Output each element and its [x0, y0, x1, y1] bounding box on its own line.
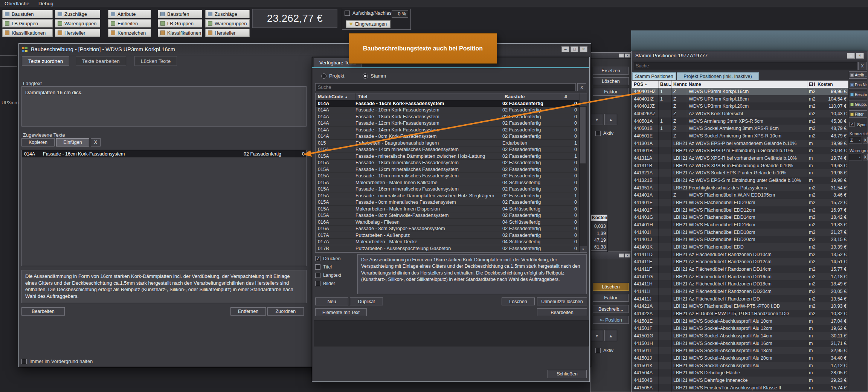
toolbar-button[interactable]: Baustufen: [2, 10, 53, 18]
chevron-up-icon[interactable]: ▴: [604, 330, 617, 341]
available-text-row[interactable]: 017A Malerarbeiten - Malen Decke 04 Schl…: [316, 239, 587, 246]
langtext-checkbox-row[interactable]: ✓ Langtext: [315, 273, 341, 278]
position-row[interactable]: 441311B LBH21 Az WDVS XPS-R m.Einbindung…: [632, 162, 848, 169]
position-row[interactable]: 440501E Z WDVS Sockel Armierung 3mm XPS-…: [632, 132, 848, 140]
position-row[interactable]: 441401A Z WDVS Flächendübel n.W.AN EDD10…: [632, 191, 848, 199]
duplikat-button[interactable]: Duplikat: [350, 297, 383, 305]
column-header-titel[interactable]: Titel: [355, 93, 502, 100]
aufschlag-checkbox-row[interactable]: ✓ Aufschlag/Nachlass: [345, 11, 394, 16]
position-row[interactable]: 441501E LBH21 WDVS Sockel-Abschlussprofi…: [632, 317, 848, 325]
position-row[interactable]: 440401IZ 1 Z WDVS UP3mm Korkpl.18cm m2 1…: [632, 95, 848, 103]
entfernen-button[interactable]: Entfernen: [230, 307, 266, 316]
filter-button[interactable]: Filter: [849, 110, 867, 118]
minimize-icon[interactable]: –: [619, 53, 624, 58]
scroll-up-icon[interactable]: ▲: [580, 100, 587, 106]
aktiv-checkbox-row[interactable]: ✓ Aktiv: [595, 131, 613, 136]
kopieren-button[interactable]: Kopieren: [21, 138, 55, 146]
toolbar-button[interactable]: Baustufen: [158, 10, 202, 18]
toolbar-button[interactable]: Klassifikationen: [158, 29, 202, 37]
pos-nr-button[interactable]: Pos.Nr.: [849, 81, 867, 88]
position-row[interactable]: 441321B LBH21 Az WDVS EPS-S m.Einbindung…: [632, 177, 848, 184]
toolbar-button[interactable]: Warengruppen: [55, 19, 100, 27]
position-row[interactable]: 441501G LBH21 WDVS Sockel-Abschlussprofi…: [632, 332, 848, 340]
position-row[interactable]: 441421A LBH21 WDVS Flächendübel EMW-PT5,…: [632, 302, 848, 310]
available-text-row[interactable]: 015A Fassade - 10cm mineralisches Fassad…: [316, 173, 587, 180]
sync-checkbox-row[interactable]: ✓ Sync: [850, 122, 866, 127]
available-text-row[interactable]: 014A Fassade - 10cm Kork-Fassadensystem …: [316, 107, 587, 114]
position-row[interactable]: 440426AZ Z Az WDVS Kork Untersicht m2 10…: [632, 110, 848, 117]
column-header-name[interactable]: Name: [687, 81, 807, 88]
position-row[interactable]: 441505A LBH21 WDVS Fenster/Tür-Anschluss…: [632, 384, 848, 392]
langtext-field[interactable]: Dämmplatten 16 cm dick.: [21, 86, 307, 127]
loeschen-button[interactable]: Löschen: [593, 283, 629, 291]
close-icon[interactable]: ×: [856, 53, 864, 59]
position-row[interactable]: 441501I LBH21 WDVS Sockel-Abschlussprofi…: [632, 347, 848, 355]
beschreibung-button[interactable]: Beschreib...: [593, 305, 629, 313]
toolbar-button[interactable]: Klassifikationen: [2, 29, 53, 37]
position-row[interactable]: 440501A 1 Z WDVS Armierung 3mm XPS-R 5cm…: [632, 117, 848, 125]
aktiv-checkbox[interactable]: ✓: [595, 348, 601, 353]
position-row[interactable]: 441301B LBH21 Az WDVS EPS-P m.Einbindung…: [632, 147, 848, 154]
clear-search-button[interactable]: X: [858, 62, 866, 70]
position-row[interactable]: 441411D LBH21 Az Flächendübel f.Randzone…: [632, 251, 848, 258]
position-row[interactable]: 441501J LBH21 WDVS Sockel-Abschlussprofi…: [632, 354, 848, 362]
aufschlag-value-field[interactable]: 0 %: [392, 10, 408, 18]
zuordnen-button[interactable]: Zuordnen: [267, 307, 304, 316]
titel-checkbox-row[interactable]: ✓ Titel: [315, 264, 332, 270]
bearbeiten-button[interactable]: Bearbeiten: [537, 308, 587, 316]
toolbar-button[interactable]: Hersteller: [55, 29, 100, 37]
position-row[interactable]: 441301A LBH21 Az WDVS EPS-P bei vorhande…: [632, 140, 848, 147]
column-header-bau[interactable]: Bau...: [659, 81, 672, 88]
faktor-button[interactable]: Faktor: [593, 88, 629, 96]
bilder-checkbox[interactable]: ✓: [315, 281, 320, 286]
clear-warengruppe-button[interactable]: X: [863, 154, 868, 160]
clear-search-button[interactable]: X: [577, 83, 586, 91]
minimize-icon[interactable]: –: [847, 53, 855, 59]
titel-checkbox[interactable]: ✓: [315, 264, 320, 270]
eingrenzungen-button[interactable]: Eingrenzungen: [346, 20, 391, 28]
toolbar-button[interactable]: Einheiten: [108, 19, 151, 27]
menu-debug[interactable]: Debug: [34, 0, 58, 7]
close-icon[interactable]: ×: [580, 46, 587, 52]
position-row[interactable]: 441411I LBH21 Az Flächendübel f.Randzone…: [632, 288, 848, 295]
available-text-row[interactable]: 017A Putzarbeiten - Außenputz 02 Fassade…: [316, 232, 587, 239]
position-row[interactable]: 440401JZ Z WDVS UP3mm Korkpl.20cm m2 110…: [632, 102, 848, 110]
position-row[interactable]: 441411G LBH21 Az Flächendübel f.Randzone…: [632, 273, 848, 281]
scrollbar[interactable]: ▲ ▼: [579, 100, 587, 252]
dialog-titlebar[interactable]: Baubeschreibung - [Position] - WDVS UP3m…: [19, 44, 591, 55]
beschreibung-button[interactable]: Beschrei...: [849, 91, 867, 98]
close-icon[interactable]: ×: [625, 253, 630, 258]
available-text-row[interactable]: 016A Wandbelag - Fliesen 04 Schlüsselfer…: [316, 219, 587, 226]
positions-search-input[interactable]: [633, 62, 857, 70]
neu-button[interactable]: Neu: [315, 297, 348, 305]
position-row[interactable]: 440501B 1 Z WDVS Sockel Armierung 3mm XP…: [632, 125, 848, 132]
column-header-kennz[interactable]: Kennz...: [672, 81, 687, 88]
clear-button[interactable]: X: [91, 138, 101, 146]
foreground-checkbox[interactable]: ✓: [21, 359, 27, 364]
column-header-kosten[interactable]: Kosten: [816, 81, 848, 88]
position-row[interactable]: 441401F LBH21 WDVS Flächendübel EDD12cm …: [632, 206, 848, 214]
minimize-icon[interactable]: –: [561, 46, 569, 52]
position-link-button[interactable]: <- Position: [593, 316, 629, 324]
clear-kennzeichen-button[interactable]: X: [863, 137, 868, 143]
radio-stamm[interactable]: Stamm: [363, 73, 386, 79]
available-text-row[interactable]: 014A Fassade - 14cm Kork-Fassadensystem …: [316, 127, 587, 133]
position-row[interactable]: 441504B LBH21 WDVS Dehnfuge Innenecke m …: [632, 377, 848, 384]
position-row[interactable]: 441501H LBH21 WDVS Sockel-Abschlussprofi…: [632, 340, 848, 347]
position-row[interactable]: 441351A LBH21 Feuchtigkeitsschutz des Pu…: [632, 184, 848, 192]
scroll-down-icon[interactable]: ▼: [580, 246, 587, 252]
radio-projekt[interactable]: Projekt: [321, 73, 344, 79]
available-text-row[interactable]: 014A Fassade - 12cm Kork-Fassadensystem …: [316, 120, 587, 127]
available-text-row[interactable]: 016A Fassade - 8cm Styropor-Fassadensyst…: [316, 226, 587, 232]
toolbar-button[interactable]: Warengruppen: [205, 19, 250, 27]
kennzeichen-select[interactable]: Z ▾: [849, 137, 862, 143]
foreground-checkbox-row[interactable]: ✓ Immer im Vordergrund halten: [21, 358, 93, 364]
column-header-eh[interactable]: EH: [807, 81, 816, 88]
assigned-text-row[interactable]: 014A Fassade - 16cm Kork-Fassadensystem …: [22, 150, 306, 157]
available-text-row[interactable]: 014A Fassade - 16cm Kork-Fassadensystem …: [316, 100, 587, 107]
position-row[interactable]: 441411H LBH21 Az Flächendübel f.Randzone…: [632, 280, 848, 288]
loeschen-button[interactable]: Löschen: [593, 77, 629, 85]
faktor-button[interactable]: Faktor: [593, 294, 629, 302]
available-text-row[interactable]: 015A Fassade - mineralische Dämmplatten …: [316, 192, 587, 199]
available-text-row[interactable]: 015 Erdarbeiten - Baugrubenaushub lagern…: [316, 140, 587, 146]
